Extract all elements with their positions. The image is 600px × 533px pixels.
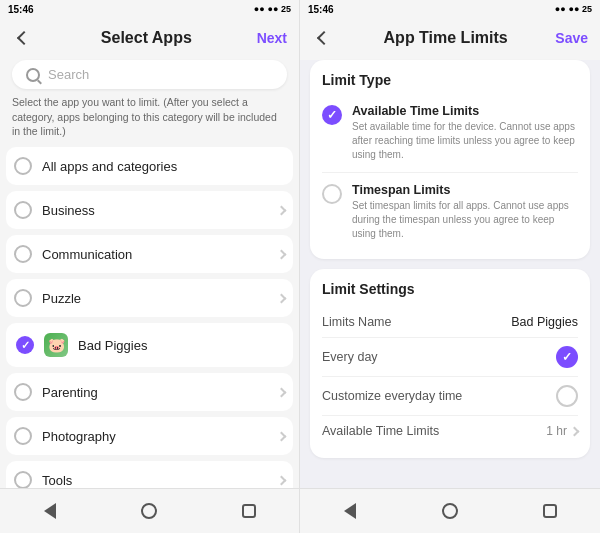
customize-toggle[interactable]: [556, 385, 578, 407]
app-list: All apps and categories Business Communi…: [0, 147, 299, 488]
nav-home-icon-right: [442, 503, 458, 519]
option-desc-timespan: Set timespan limits for all apps. Cannot…: [352, 199, 578, 241]
limit-settings-title: Limit Settings: [322, 281, 578, 297]
list-item[interactable]: Parenting: [6, 373, 293, 411]
option-title-timespan: Timespan Limits: [352, 183, 578, 197]
limits-name-label: Limits Name: [322, 315, 391, 329]
nav-back-icon-right: [344, 503, 356, 519]
search-placeholder: Search: [48, 67, 89, 82]
available-label: Available Time Limits: [322, 424, 439, 438]
back-arrow-icon: [17, 31, 31, 45]
page-title-right: App Time Limits: [384, 29, 508, 47]
nav-back-icon: [44, 503, 56, 519]
description-text: Select the app you want to limit. (After…: [0, 95, 299, 147]
item-label: Photography: [42, 429, 116, 444]
item-label: Communication: [42, 247, 132, 262]
limit-option-timespan[interactable]: Timespan Limits Set timespan limits for …: [322, 172, 578, 247]
option-desc-available: Set available time for the device. Canno…: [352, 120, 578, 162]
list-item-bad-piggies[interactable]: 🐷 Bad Piggies: [6, 323, 293, 367]
chevron-icon: [277, 387, 287, 397]
nav-home-icon: [141, 503, 157, 519]
item-label: Bad Piggies: [78, 338, 147, 353]
back-arrow-icon-right: [317, 31, 331, 45]
list-item-left: Tools: [14, 471, 72, 488]
option-title-available: Available Time Limits: [352, 104, 578, 118]
list-item[interactable]: Photography: [6, 417, 293, 455]
limit-option-available[interactable]: Available Time Limits Set available time…: [322, 98, 578, 168]
list-item-left: Puzzle: [14, 289, 81, 307]
every-day-toggle[interactable]: [556, 346, 578, 368]
time-right: 15:46: [308, 4, 334, 15]
radio-bad-piggies-selected: [16, 336, 34, 354]
chevron-icon: [277, 475, 287, 485]
list-item[interactable]: Communication: [6, 235, 293, 273]
list-item-left: Parenting: [14, 383, 98, 401]
battery-level-right: ●● 25: [569, 4, 592, 14]
radio-communication: [14, 245, 32, 263]
nav-home-right[interactable]: [436, 497, 464, 525]
radio-tools: [14, 471, 32, 488]
settings-row-name: Limits Name Bad Piggies: [322, 307, 578, 337]
radio-timespan-empty: [322, 184, 342, 204]
search-icon: [26, 68, 40, 82]
limits-name-value: Bad Piggies: [511, 315, 578, 329]
save-button[interactable]: Save: [555, 30, 588, 46]
item-label: Puzzle: [42, 291, 81, 306]
back-button-right[interactable]: [312, 26, 336, 50]
nav-recent-icon-right: [543, 504, 557, 518]
battery-level-left: ●● 25: [268, 4, 291, 14]
list-item-left: All apps and categories: [14, 157, 177, 175]
list-item[interactable]: Tools: [6, 461, 293, 488]
status-bar-left: 15:46 ●● ●● 25: [0, 0, 299, 18]
radio-photography: [14, 427, 32, 445]
nav-recent-right[interactable]: [536, 497, 564, 525]
chevron-icon: [277, 431, 287, 441]
list-item[interactable]: Puzzle: [6, 279, 293, 317]
limit-option-text: Available Time Limits Set available time…: [352, 104, 578, 162]
radio-business: [14, 201, 32, 219]
radio-parenting: [14, 383, 32, 401]
customize-label: Customize everyday time: [322, 389, 462, 403]
limit-type-section: Limit Type Available Time Limits Set ava…: [310, 60, 590, 259]
time-left: 15:46: [8, 4, 34, 15]
nav-home-left[interactable]: [135, 497, 163, 525]
nav-recent-icon: [242, 504, 256, 518]
top-bar-right: App Time Limits Save: [300, 18, 600, 60]
search-bar[interactable]: Search: [12, 60, 287, 89]
radio-puzzle: [14, 289, 32, 307]
status-icons-right: ●● ●● 25: [555, 4, 592, 14]
radio-all-apps: [14, 157, 32, 175]
chevron-icon: [277, 293, 287, 303]
back-button-left[interactable]: [12, 26, 36, 50]
nav-bar-right: [300, 488, 600, 533]
list-item-left: Business: [14, 201, 95, 219]
list-item[interactable]: All apps and categories: [6, 147, 293, 185]
list-item-left: 🐷 Bad Piggies: [16, 333, 147, 357]
battery-icon-right: ●●: [555, 4, 566, 14]
list-item-left: Communication: [14, 245, 132, 263]
nav-back-left[interactable]: [36, 497, 64, 525]
available-chevron-icon: [570, 426, 580, 436]
list-item-left: Photography: [14, 427, 116, 445]
left-panel: 15:46 ●● ●● 25 Select Apps Next Search S…: [0, 0, 300, 533]
settings-row-customize[interactable]: Customize everyday time: [322, 376, 578, 415]
nav-bar-left: [0, 488, 299, 533]
status-icons-left: ●● ●● 25: [254, 4, 291, 14]
limit-settings-section: Limit Settings Limits Name Bad Piggies E…: [310, 269, 590, 458]
next-button[interactable]: Next: [257, 30, 287, 46]
settings-row-available[interactable]: Available Time Limits 1 hr: [322, 415, 578, 446]
radio-available-selected: [322, 105, 342, 125]
limit-type-title: Limit Type: [322, 72, 578, 88]
list-item[interactable]: Business: [6, 191, 293, 229]
item-label: Tools: [42, 473, 72, 488]
app-icon-bad-piggies: 🐷: [44, 333, 68, 357]
top-bar-left: Select Apps Next: [0, 18, 299, 60]
nav-recent-left[interactable]: [235, 497, 263, 525]
available-value-container: 1 hr: [546, 424, 578, 438]
right-panel: 15:46 ●● ●● 25 App Time Limits Save Limi…: [300, 0, 600, 533]
battery-icon: ●●: [254, 4, 265, 14]
chevron-icon: [277, 205, 287, 215]
nav-back-right[interactable]: [336, 497, 364, 525]
item-label: All apps and categories: [42, 159, 177, 174]
settings-row-everyday[interactable]: Every day: [322, 337, 578, 376]
